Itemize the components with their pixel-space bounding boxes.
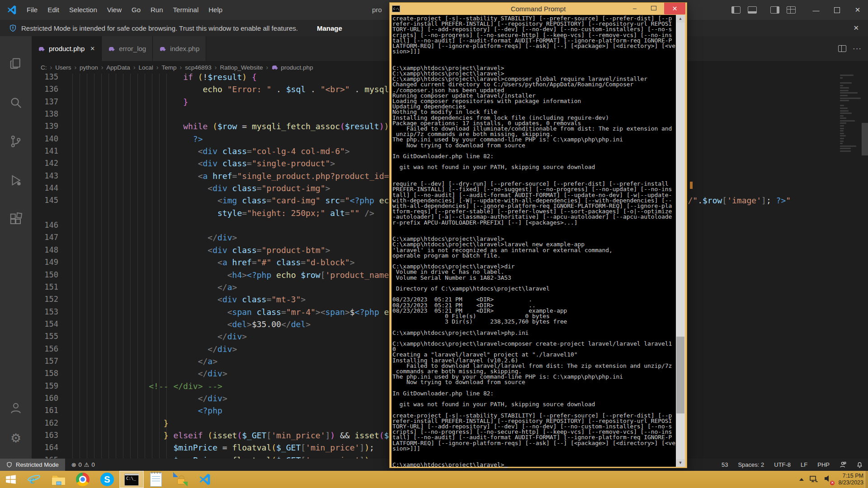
line-number: 154 xyxy=(32,318,66,330)
taskbar-vscode[interactable] xyxy=(193,471,217,488)
close-button[interactable]: ✕ xyxy=(847,0,868,20)
line-number: 152 xyxy=(32,293,66,305)
extensions-icon[interactable] xyxy=(9,212,23,226)
taskbar-command-prompt[interactable]: C:\_ xyxy=(119,471,144,488)
taskbar-clock[interactable]: 7:15 PM 8/23/2023 xyxy=(838,473,863,486)
cmd-close-button[interactable]: ✕ xyxy=(664,3,685,14)
tab-close-icon[interactable]: ✕ xyxy=(90,45,95,52)
line-number: 146 xyxy=(32,219,66,231)
network-icon[interactable] xyxy=(809,475,818,483)
problems-status[interactable]: ⊗ 0 ⚠ 0 xyxy=(71,461,95,468)
line-number: 137 xyxy=(32,96,66,108)
terminal-output[interactable]: create-project [-s|--stability STABILITY… xyxy=(392,15,677,467)
line-number: 144 xyxy=(32,182,66,194)
breadcrumb-item[interactable]: python xyxy=(80,64,98,71)
run-debug-icon[interactable] xyxy=(9,174,23,187)
indentation-status[interactable]: Spaces: 2 xyxy=(738,461,764,468)
editor-scrollbar[interactable] xyxy=(862,123,868,155)
clock-date: 8/23/2023 xyxy=(838,479,863,486)
menu-run[interactable]: Run xyxy=(146,6,168,14)
scroll-down-icon[interactable]: ▼ xyxy=(676,459,685,467)
breadcrumb-item[interactable]: product.php xyxy=(281,64,313,71)
breadcrumb-item[interactable]: Users xyxy=(55,64,71,71)
menubar: FileEditSelectionViewGoRunTerminalHelp xyxy=(22,0,227,20)
file-explorer-icon xyxy=(51,473,66,486)
eol-status[interactable]: LF xyxy=(801,461,807,468)
menu-terminal[interactable]: Terminal xyxy=(168,6,204,14)
command-prompt-window: C:\ Command Prompt – ✕ create-project [-… xyxy=(389,2,687,468)
breadcrumb-item[interactable]: scp46893 xyxy=(185,64,212,71)
tray-expand-icon[interactable] xyxy=(799,478,804,481)
split-editor-icon[interactable] xyxy=(838,45,846,52)
restricted-mode-status[interactable]: Restricted Mode xyxy=(0,459,65,471)
cursor-position-status[interactable]: 53 xyxy=(722,461,728,468)
breadcrumb-item[interactable]: AppData xyxy=(106,64,130,71)
settings-gear-icon[interactable]: ⚙ xyxy=(10,431,21,445)
cmd-minimize-button[interactable]: – xyxy=(625,3,644,14)
explorer-icon[interactable] xyxy=(9,57,23,70)
customize-layout-icon[interactable] xyxy=(787,6,796,14)
source-control-icon[interactable] xyxy=(9,135,23,148)
breadcrumb-item[interactable]: Local xyxy=(139,64,153,71)
breadcrumb-item[interactable]: Ratlop_Website xyxy=(220,64,263,71)
more-actions-icon[interactable]: ··· xyxy=(853,44,862,53)
line-number: 141 xyxy=(32,145,66,157)
minimap[interactable] xyxy=(840,71,862,297)
skype-icon: S xyxy=(100,473,114,486)
menu-edit[interactable]: Edit xyxy=(42,6,64,14)
menu-file[interactable]: File xyxy=(22,6,42,14)
chrome-icon xyxy=(76,473,90,486)
breadcrumb-item[interactable]: Temp xyxy=(162,64,177,71)
taskbar-file-explorer[interactable] xyxy=(46,471,71,488)
scroll-up-icon[interactable]: ▲ xyxy=(676,15,685,23)
cmd-scrollbar[interactable]: ▲ ▼ xyxy=(676,15,685,467)
tab-index.php[interactable]: index.php xyxy=(153,36,206,61)
search-icon[interactable] xyxy=(9,96,23,109)
clock-time: 7:15 PM xyxy=(838,473,863,479)
line-number: 138 xyxy=(32,108,66,120)
breadcrumb-item[interactable]: C: xyxy=(41,64,47,71)
errors-count: 0 xyxy=(79,461,82,468)
taskbar-chrome[interactable] xyxy=(71,471,95,488)
vscode-logo-icon xyxy=(6,5,17,15)
toggle-secondary-sidebar-icon[interactable] xyxy=(770,6,779,14)
line-number: 147 xyxy=(32,231,66,244)
taskbar-notepad[interactable] xyxy=(144,471,168,488)
banner-close-icon[interactable]: ✕ xyxy=(853,24,859,32)
toggle-panel-icon[interactable] xyxy=(748,6,757,14)
line-number: 163 xyxy=(32,429,66,441)
taskbar-secure-transfer[interactable] xyxy=(168,471,193,488)
account-icon[interactable] xyxy=(9,401,23,415)
start-button[interactable] xyxy=(0,471,22,488)
notifications-bell-icon[interactable] xyxy=(856,461,863,468)
scrollbar-thumb[interactable] xyxy=(676,337,684,413)
taskbar-internet-explorer[interactable]: e xyxy=(22,471,46,488)
chevron-right-icon: › xyxy=(156,64,159,71)
line-number: 165 xyxy=(32,454,66,459)
volume-muted-icon[interactable]: ✕ xyxy=(824,474,833,484)
tab-product.php[interactable]: product.php✕ xyxy=(32,36,102,62)
show-desktop-button[interactable] xyxy=(865,471,868,488)
restore-button[interactable] xyxy=(826,0,847,20)
secure-transfer-lock-icon xyxy=(173,472,188,487)
menu-help[interactable]: Help xyxy=(203,6,227,14)
line-number xyxy=(32,207,66,219)
line-number-gutter: 1351361371381391401411421431441451461471… xyxy=(32,71,66,459)
menu-view[interactable]: View xyxy=(102,6,127,14)
encoding-status[interactable]: UTF-8 xyxy=(774,461,791,468)
toggle-sidebar-icon[interactable] xyxy=(731,6,741,14)
menu-selection[interactable]: Selection xyxy=(64,6,102,14)
taskbar-skype[interactable]: S xyxy=(95,471,119,488)
chevron-right-icon: › xyxy=(74,64,76,71)
manage-link[interactable]: Manage xyxy=(317,24,342,32)
tab-error_log[interactable]: error_log xyxy=(102,36,153,61)
cmd-titlebar[interactable]: C:\ Command Prompt – ✕ xyxy=(390,3,687,15)
cmd-maximize-button[interactable] xyxy=(644,3,663,14)
tab-label: error_log xyxy=(119,45,146,52)
language-mode-status[interactable]: PHP xyxy=(817,461,830,468)
menu-go[interactable]: Go xyxy=(127,6,146,14)
minimize-button[interactable]: — xyxy=(806,0,826,20)
line-number: 156 xyxy=(32,343,66,355)
feedback-person-icon[interactable] xyxy=(840,461,846,468)
chevron-right-icon: › xyxy=(266,64,268,71)
